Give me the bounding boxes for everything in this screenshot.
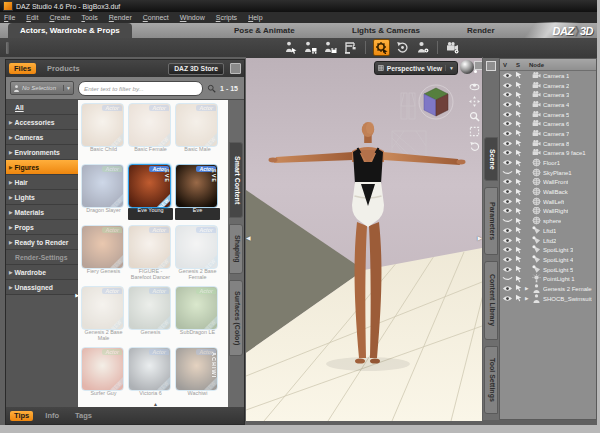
expand-icon[interactable]: ▶ <box>525 296 530 301</box>
scene-node-camera-1[interactable]: Camera 1 <box>500 71 596 81</box>
activity-tab-pose-animate[interactable]: Pose & Animate <box>222 23 307 38</box>
scene-node-camera-7[interactable]: Camera 7 <box>500 129 596 139</box>
view-selector[interactable]: Perspective View ▼ <box>374 61 458 75</box>
category-all[interactable]: All <box>6 100 78 115</box>
daz-3d-store-button[interactable]: DAZ 3D Store <box>168 63 224 75</box>
figure-cart-icon[interactable] <box>303 40 318 55</box>
3d-viewport[interactable]: Perspective View ▼ ◀ ▶ <box>246 57 482 421</box>
scene-node-wallfront[interactable]: WallFront <box>500 178 596 188</box>
eye-open-icon[interactable] <box>502 101 513 109</box>
orbit-tool-icon[interactable] <box>468 80 480 92</box>
category-lights[interactable]: ▶Lights <box>6 190 78 205</box>
scene-node-spotlight-3[interactable]: SpotLight 3 <box>500 245 596 255</box>
content-item-genesis-2-base-male[interactable]: ActorNEWGenesis 2 Base Male <box>81 286 126 345</box>
content-item-basic-male[interactable]: ActorNEWBasic Male <box>175 103 220 162</box>
scene-node-wallleft[interactable]: WallLeft <box>500 197 596 207</box>
eye-open-icon[interactable] <box>502 198 513 206</box>
eye-closed-icon[interactable] <box>502 275 513 283</box>
select-cursor-icon[interactable] <box>515 129 523 138</box>
footer-tab-info[interactable]: Info <box>41 411 63 421</box>
scene-node-spotlight-4[interactable]: SpotLight 4 <box>500 255 596 265</box>
select-cursor-icon[interactable] <box>515 139 523 148</box>
selection-dropdown[interactable]: No Selection ▼ <box>10 81 74 95</box>
eye-closed-icon[interactable] <box>502 217 513 225</box>
pane-pin-icon[interactable] <box>486 61 496 71</box>
eye-open-icon[interactable] <box>502 111 513 119</box>
tab-tool-settings[interactable]: Tool Settings <box>484 346 498 414</box>
eye-open-icon[interactable] <box>502 130 513 138</box>
figure-save-icon[interactable] <box>323 40 338 55</box>
eye-open-icon[interactable] <box>502 120 513 128</box>
content-item-dragon-slayer[interactable]: ActorNEWDragon Slayer <box>81 164 126 223</box>
select-cursor-icon[interactable] <box>515 159 523 168</box>
scene-node-pointlight-1[interactable]: PointLight 1 <box>500 274 596 284</box>
category-accessories[interactable]: ▶Accessories <box>6 115 78 130</box>
scene-node-floor1[interactable]: Floor1 <box>500 158 596 168</box>
tab-shaping[interactable]: Shaping <box>229 224 243 274</box>
scene-node-camera-2[interactable]: Camera 2 <box>500 81 596 91</box>
select-cursor-icon[interactable] <box>515 265 523 274</box>
scene-node-skyplane1[interactable]: SkyPlane1 <box>500 168 596 178</box>
select-cursor-icon[interactable] <box>515 149 523 158</box>
scroll-hint-icon[interactable]: ▲ <box>153 401 158 407</box>
select-cursor-icon[interactable] <box>515 168 523 177</box>
menu-connect[interactable]: Connect <box>143 14 169 21</box>
menu-file[interactable]: File <box>4 14 15 21</box>
reset-view-icon[interactable] <box>468 140 480 152</box>
tab-parameters[interactable]: Parameters <box>484 187 498 255</box>
category-wardrobe[interactable]: ▶Wardrobe <box>6 265 78 280</box>
category-materials[interactable]: ▶Materials <box>6 205 78 220</box>
scene-node-lftd2[interactable]: Lftd2 <box>500 236 596 246</box>
content-item-wachiwi[interactable]: ActorNEWACHIWIWachiwi <box>175 347 220 406</box>
content-item-basic-female[interactable]: ActorNEWBasic Female <box>128 103 173 162</box>
content-item-fiery-genesis[interactable]: ActorNEWFiery Genesis <box>81 225 126 284</box>
eye-open-icon[interactable] <box>502 72 513 80</box>
crane-tool-icon[interactable] <box>343 40 358 55</box>
expand-icon[interactable]: ▶ <box>525 286 530 291</box>
content-item-genesis[interactable]: ActorNEWGenesis <box>128 286 173 345</box>
select-cursor-icon[interactable] <box>515 226 523 235</box>
select-cursor-icon[interactable] <box>515 100 523 109</box>
select-cursor-icon[interactable] <box>515 275 523 284</box>
eye-open-icon[interactable] <box>502 295 513 303</box>
eye-open-icon[interactable] <box>502 91 513 99</box>
menu-render[interactable]: Render <box>109 14 132 21</box>
select-cursor-icon[interactable] <box>515 197 523 206</box>
content-item-genesis-2-base-female[interactable]: ActorNEWGenesis 2 Base Female <box>175 225 220 284</box>
content-item-figure-barefoot-dancer[interactable]: ActorNEWFIGURE - Barefoot Dancer <box>128 225 173 284</box>
category-hair[interactable]: ▶Hair <box>6 175 78 190</box>
pointer-figure-icon[interactable] <box>283 40 298 55</box>
title-bar[interactable]: DAZ Studio 4.6 Pro - BigBox3.duf <box>0 0 597 12</box>
toolbar-grip[interactable] <box>6 42 9 54</box>
select-cursor-icon[interactable] <box>515 255 523 264</box>
select-cursor-icon[interactable] <box>515 207 523 216</box>
scene-node-genesis-2-female[interactable]: ▶Genesis 2 Female <box>500 284 596 294</box>
select-cursor-icon[interactable] <box>515 110 523 119</box>
filter-input[interactable]: Enter text to filter by... <box>78 81 203 96</box>
frame-tool-icon[interactable] <box>468 125 480 137</box>
scene-node-camera-4[interactable]: Camera 4 <box>500 100 596 110</box>
category-render-settings[interactable]: Render-Settings <box>6 250 78 265</box>
content-item-basic-child[interactable]: ActorNEWBasic Child <box>81 103 126 162</box>
pane-tab-products[interactable]: Products <box>42 63 85 74</box>
category-figures[interactable]: ▶Figures <box>6 160 78 175</box>
eye-open-icon[interactable] <box>502 237 513 245</box>
active-scene-tool-icon[interactable] <box>373 39 390 56</box>
menu-tools[interactable]: Tools <box>81 14 97 21</box>
pan-tool-icon[interactable] <box>468 95 480 107</box>
select-cursor-icon[interactable] <box>515 178 523 187</box>
select-cursor-icon[interactable] <box>515 294 523 303</box>
zoom-tool-icon[interactable] <box>468 110 480 122</box>
scene-node-camera-5[interactable]: Camera 5 <box>500 110 596 120</box>
search-icon[interactable] <box>207 79 216 97</box>
pane-tab-files[interactable]: Files <box>9 63 36 74</box>
scene-node-camera-3[interactable]: Camera 3 <box>500 90 596 100</box>
category-cameras[interactable]: ▶Cameras <box>6 130 78 145</box>
select-cursor-icon[interactable] <box>515 236 523 245</box>
select-cursor-icon[interactable] <box>515 217 523 226</box>
eye-open-icon[interactable] <box>502 188 513 196</box>
collapse-right-handle[interactable]: ▶ <box>477 234 482 241</box>
tab-scene[interactable]: Scene <box>484 137 498 181</box>
select-cursor-icon[interactable] <box>515 188 523 197</box>
activity-tab-lights-cameras[interactable]: Lights & Cameras <box>340 23 432 38</box>
